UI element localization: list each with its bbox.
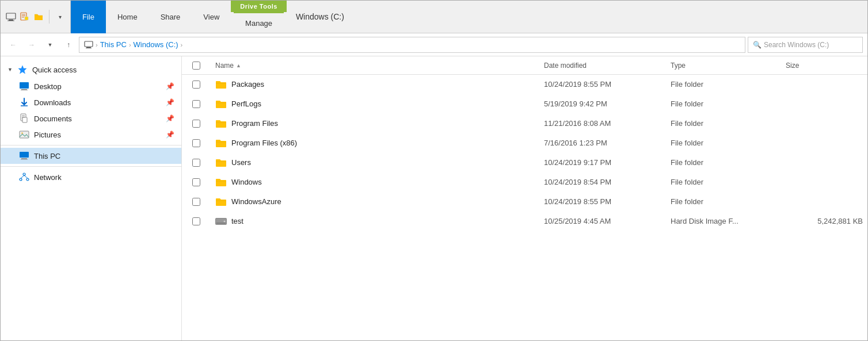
sidebar-label-quickaccess: Quick access — [32, 66, 77, 74]
expand-icon: ▼ — [7, 67, 13, 72]
table-row[interactable]: Windows 10/24/2019 8:54 PM File folder — [182, 173, 867, 192]
table-row[interactable]: WindowsAzure 10/24/2019 8:55 PM File fol… — [182, 192, 867, 212]
search-box[interactable]: 🔍 Search Windows (C:) — [748, 37, 863, 53]
row-checkbox — [182, 198, 211, 206]
table-row[interactable]: Packages 10/24/2019 8:55 PM File folder — [182, 75, 867, 94]
folder-icon[interactable] — [33, 11, 44, 22]
back-button[interactable]: ← — [5, 37, 21, 53]
file-type: File folder — [666, 119, 781, 128]
pin-icon-pictures: 📌 — [166, 131, 174, 139]
folder-icon — [215, 79, 227, 89]
svg-rect-14 — [21, 90, 28, 90]
properties-icon[interactable] — [19, 11, 31, 22]
pictures-icon — [19, 129, 29, 140]
svg-line-30 — [24, 175, 28, 178]
svg-point-22 — [21, 132, 23, 134]
file-type: File folder — [666, 99, 781, 108]
ribbon-tab-row: File Home Share View Drive Tools Manage — [71, 1, 287, 33]
sidebar-item-network[interactable]: Network — [1, 169, 181, 185]
folder-icon — [215, 197, 227, 206]
file-name: PerfLogs — [231, 99, 261, 108]
svg-rect-2 — [7, 21, 14, 21]
sep1: › — [96, 41, 98, 48]
file-name-cell: Users — [211, 158, 539, 167]
file-name-cell: Packages — [211, 79, 539, 89]
sidebar-item-thispc[interactable]: This PC — [1, 148, 181, 164]
folder-icon — [215, 158, 227, 167]
file-type: File folder — [666, 139, 781, 147]
svg-point-28 — [26, 178, 29, 181]
table-row[interactable]: PerfLogs 5/19/2019 9:42 PM File folder — [182, 94, 867, 114]
row-checkbox — [182, 100, 211, 108]
file-name-cell: Windows — [211, 177, 539, 187]
sidebar-item-downloads[interactable]: Downloads 📌 — [1, 94, 181, 110]
table-row[interactable]: Users 10/24/2019 9:17 PM File folder — [182, 153, 867, 173]
file-name-cell: Program Files — [211, 118, 539, 128]
file-type: File folder — [666, 158, 781, 167]
sort-arrow: ▲ — [236, 63, 241, 68]
address-path[interactable]: › This PC › Windows (C:) › — [79, 37, 745, 53]
svg-rect-21 — [20, 131, 29, 138]
file-rows-container: Packages 10/24/2019 8:55 PM File folder … — [182, 75, 867, 231]
file-name-cell: test — [211, 217, 539, 225]
address-bar: ← → ▼ ↑ › This PC › Windows (C:) › 🔍 Sea… — [1, 33, 867, 56]
table-row[interactable]: test 10/25/2019 4:45 AM Hard Disk Image … — [182, 212, 867, 231]
tab-file[interactable]: File — [71, 1, 106, 33]
file-date: 11/21/2016 8:08 AM — [539, 119, 666, 128]
header-name[interactable]: Name ▲ — [211, 62, 539, 70]
tab-view[interactable]: View — [192, 1, 231, 33]
tab-share[interactable]: Share — [149, 1, 192, 33]
select-all-checkbox[interactable] — [192, 62, 200, 70]
table-row[interactable]: Program Files 11/21/2016 8:08 AM File fo… — [182, 114, 867, 133]
documents-icon — [19, 113, 29, 124]
table-row[interactable]: Program Files (x86) 7/16/2016 1:23 PM Fi… — [182, 133, 867, 153]
file-size: 5,242,881 KB — [781, 217, 867, 225]
dropdown-arrow-icon[interactable]: ▾ — [54, 11, 66, 22]
header-date[interactable]: Date modified — [539, 62, 666, 70]
sidebar-label-network: Network — [34, 173, 62, 182]
tab-home[interactable]: Home — [106, 1, 149, 33]
sep2: › — [129, 41, 131, 48]
svg-point-27 — [20, 178, 22, 181]
main-content: ▼ Quick access Desktop 📌 Downloads 📌 — [1, 56, 867, 341]
svg-rect-20 — [22, 117, 27, 122]
sidebar-label-pictures: Pictures — [34, 131, 61, 139]
sidebar-label-desktop: Desktop — [34, 82, 62, 91]
folder-icon — [215, 177, 227, 187]
file-name-cell: PerfLogs — [211, 99, 539, 109]
recent-locations-button[interactable]: ▼ — [42, 37, 58, 53]
downloads-icon — [19, 97, 29, 108]
header-type[interactable]: Type — [666, 62, 781, 70]
folder-icon — [215, 99, 227, 109]
up-button[interactable]: ↑ — [60, 37, 77, 53]
row-checkbox — [182, 178, 211, 186]
search-icon: 🔍 — [753, 41, 762, 49]
tab-manage[interactable]: Manage — [234, 12, 284, 33]
sidebar-label-documents: Documents — [34, 114, 72, 123]
svg-rect-10 — [86, 48, 92, 48]
forward-button[interactable]: → — [24, 37, 40, 53]
pin-icon-documents: 📌 — [166, 114, 174, 122]
file-type: File folder — [666, 197, 781, 206]
sidebar-item-documents[interactable]: Documents 📌 — [1, 110, 181, 127]
svg-point-26 — [23, 173, 25, 175]
crumb-windowsc[interactable]: Windows (C:) — [134, 40, 178, 49]
svg-rect-12 — [20, 82, 29, 89]
file-date: 10/25/2019 4:45 AM — [539, 217, 666, 225]
header-size[interactable]: Size — [781, 62, 867, 70]
sidebar-item-desktop[interactable]: Desktop 📌 — [1, 78, 181, 94]
sidebar-item-pictures[interactable]: Pictures 📌 — [1, 127, 181, 143]
pin-icon-downloads: 📌 — [166, 98, 174, 106]
svg-rect-7 — [25, 17, 28, 20]
row-checkbox — [182, 120, 211, 128]
file-name: Windows — [231, 178, 262, 186]
crumb-thispc[interactable]: This PC — [100, 40, 127, 49]
thispc-icon — [19, 151, 29, 161]
file-name-cell: WindowsAzure — [211, 197, 539, 206]
sidebar-label-downloads: Downloads — [34, 98, 71, 107]
file-date: 7/16/2016 1:23 PM — [539, 139, 666, 147]
file-name: test — [231, 217, 243, 225]
computer-icon[interactable] — [5, 11, 17, 22]
sidebar-item-quickaccess[interactable]: ▼ Quick access — [1, 61, 181, 78]
svg-point-34 — [224, 220, 226, 222]
